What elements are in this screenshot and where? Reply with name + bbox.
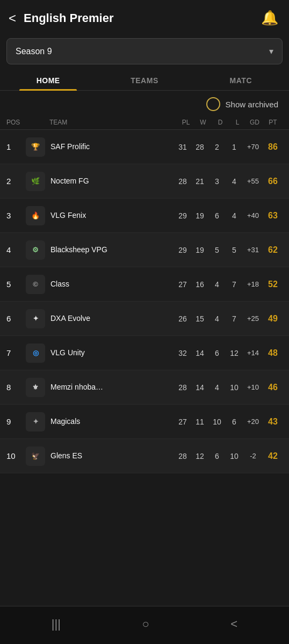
team-pt: 42	[263, 451, 283, 461]
team-l: 10	[226, 383, 243, 392]
header-d: D	[212, 119, 229, 126]
team-position: 10	[6, 451, 26, 460]
team-w: 16	[191, 280, 208, 289]
team-pt: 86	[263, 142, 283, 152]
team-name: Memzi nhoba…	[50, 383, 174, 392]
tab-matches[interactable]: MATC	[193, 69, 289, 90]
team-logo: ✦	[26, 309, 45, 328]
team-name: VLG Fenix	[50, 211, 174, 220]
season-label: Season 9	[16, 47, 52, 56]
team-pl: 28	[174, 177, 191, 186]
team-gd: +31	[243, 246, 263, 254]
nav-back-icon[interactable]: <	[222, 615, 246, 633]
team-w: 19	[191, 211, 208, 220]
team-w: 19	[191, 246, 208, 254]
team-name: Noctem FG	[50, 177, 174, 186]
team-w: 21	[191, 177, 208, 186]
team-l: 12	[226, 349, 243, 357]
archive-toggle[interactable]	[206, 97, 220, 111]
header-w: W	[194, 119, 212, 126]
team-pt: 43	[263, 417, 283, 427]
team-pt: 49	[263, 314, 283, 324]
team-logo: 🦅	[26, 447, 45, 466]
nav-home-icon[interactable]: ○	[134, 615, 158, 633]
team-gd: +18	[243, 280, 263, 288]
team-name: DXA Evolve	[50, 314, 174, 323]
team-pl: 29	[174, 246, 191, 254]
bottom-nav: ||| ○ <	[0, 606, 289, 644]
team-d: 2	[208, 143, 226, 151]
team-pl: 27	[174, 418, 191, 426]
table-row[interactable]: 2 🌿 Noctem FG 28 21 3 4 +55 66	[0, 164, 289, 199]
table-row[interactable]: 8 ⚜ Memzi nhoba… 28 14 4 10 +10 46	[0, 370, 289, 405]
team-logo: ✦	[26, 412, 45, 431]
nav-menu-icon[interactable]: |||	[43, 615, 69, 633]
team-d: 4	[208, 383, 226, 392]
team-l: 7	[226, 280, 243, 289]
show-archived-label: Show archived	[226, 100, 278, 109]
team-position: 8	[6, 383, 26, 392]
team-gd: +20	[243, 418, 263, 426]
team-l: 7	[226, 314, 243, 323]
team-gd: +10	[243, 383, 263, 391]
table-header: POS TEAM PL W D L GD PT	[0, 115, 289, 130]
team-pl: 26	[174, 314, 191, 323]
team-logo: ◎	[26, 343, 45, 363]
team-position: 7	[6, 348, 26, 357]
header-l: L	[229, 119, 246, 126]
tab-home[interactable]: HOME	[0, 69, 96, 90]
team-position: 3	[6, 211, 26, 220]
header-team: TEAM	[26, 119, 177, 126]
table-row[interactable]: 10 🦅 Glens ES 28 12 6 10 -2 42	[0, 439, 289, 473]
chevron-down-icon: ▾	[269, 46, 273, 56]
team-d: 6	[208, 211, 226, 220]
table-row[interactable]: 9 ✦ Magicals 27 11 10 6 +20 43	[0, 405, 289, 439]
header: < English Premier 🔔	[0, 0, 289, 36]
back-button[interactable]: <	[9, 11, 16, 26]
tab-teams[interactable]: TEAMS	[96, 69, 192, 90]
team-pl: 29	[174, 211, 191, 220]
team-l: 5	[226, 246, 243, 254]
team-w: 15	[191, 314, 208, 323]
team-l: 4	[226, 177, 243, 186]
team-pl: 28	[174, 383, 191, 392]
team-gd: +25	[243, 314, 263, 323]
team-pt: 46	[263, 383, 283, 392]
team-gd: +14	[243, 349, 263, 357]
table-row[interactable]: 5 © Class 27 16 4 7 +18 52	[0, 267, 289, 302]
team-logo: ⚙	[26, 240, 45, 260]
team-d: 6	[208, 349, 226, 357]
team-logo: ©	[26, 275, 45, 294]
team-l: 1	[226, 143, 243, 151]
team-w: 28	[191, 143, 208, 151]
team-position: 5	[6, 280, 26, 289]
team-d: 10	[208, 418, 226, 426]
header-pl: PL	[177, 119, 194, 126]
team-pl: 31	[174, 143, 191, 151]
notification-bell-icon[interactable]: 🔔	[261, 10, 278, 26]
team-pl: 27	[174, 280, 191, 289]
team-pt: 66	[263, 177, 283, 186]
team-gd: +70	[243, 143, 263, 151]
table-row[interactable]: 7 ◎ VLG Unity 32 14 6 12 +14 48	[0, 336, 289, 370]
team-name: VLG Unity	[50, 348, 174, 357]
table-row[interactable]: 1 🏆 SAF Prolific 31 28 2 1 +70 86	[0, 130, 289, 164]
team-d: 5	[208, 246, 226, 254]
team-l: 6	[226, 418, 243, 426]
team-pt: 48	[263, 348, 283, 358]
team-d: 6	[208, 452, 226, 460]
team-gd: +40	[243, 211, 263, 219]
table-row[interactable]: 3 🔥 VLG Fenix 29 19 6 4 +40 63	[0, 199, 289, 233]
team-position: 2	[6, 177, 26, 186]
team-l: 10	[226, 452, 243, 460]
team-pt: 62	[263, 245, 283, 255]
table-row[interactable]: 6 ✦ DXA Evolve 26 15 4 7 +25 49	[0, 302, 289, 336]
team-name: Blacksheep VPG	[50, 245, 174, 254]
team-position: 6	[6, 314, 26, 323]
table-row[interactable]: 4 ⚙ Blacksheep VPG 29 19 5 5 +31 62	[0, 233, 289, 267]
team-name: Glens ES	[50, 451, 174, 460]
team-d: 4	[208, 314, 226, 323]
season-selector[interactable]: Season 9 ▾	[6, 38, 283, 64]
team-l: 4	[226, 211, 243, 220]
team-logo: 🏆	[26, 137, 45, 157]
